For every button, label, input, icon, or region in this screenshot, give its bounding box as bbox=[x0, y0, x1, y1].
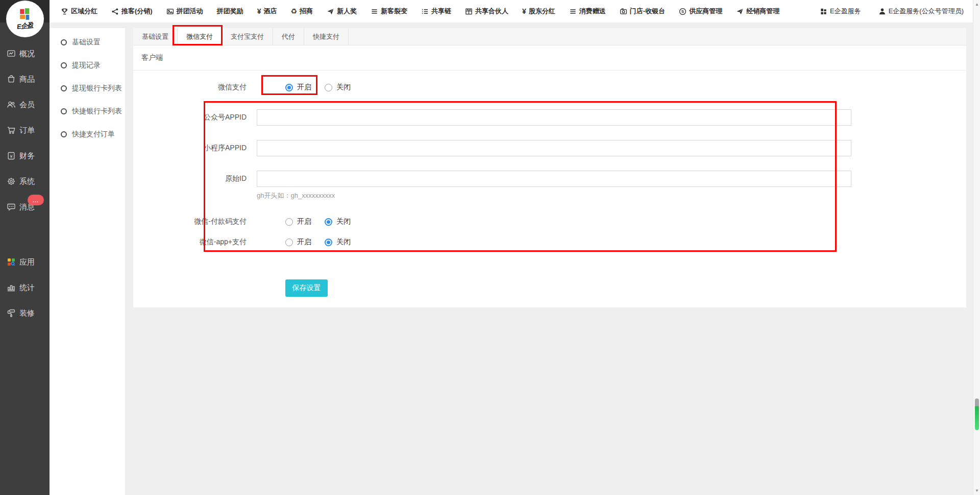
sidebar-item-orders[interactable]: 订单 bbox=[0, 117, 50, 143]
tab-wechat-pay[interactable]: 微信支付 bbox=[178, 28, 222, 45]
nav-item-investment[interactable]: ♻ 招商 bbox=[290, 7, 313, 16]
circle-icon bbox=[61, 131, 67, 137]
nav-item-label: 酒店 bbox=[263, 7, 277, 16]
tab-alipay[interactable]: 支付宝支付 bbox=[222, 28, 273, 45]
sidebar-item-system[interactable]: 系统 bbox=[0, 169, 50, 194]
circle-icon bbox=[61, 108, 67, 114]
tab-remit-pay[interactable]: 代付 bbox=[273, 28, 304, 45]
svg-text:S: S bbox=[681, 9, 684, 14]
nav-item-supplier-mgmt[interactable]: S 供应商管理 bbox=[679, 7, 722, 16]
order-cart-icon bbox=[7, 126, 16, 135]
payment-tabs: 基础设置 微信支付 支付宝支付 代付 快捷支付 bbox=[133, 28, 966, 45]
bars-icon bbox=[371, 8, 378, 15]
paint-roller-icon bbox=[7, 309, 16, 318]
sidebar-item-label: 系统 bbox=[19, 177, 35, 186]
sidebar-item-apps[interactable]: 应用 bbox=[0, 249, 50, 275]
save-settings-button[interactable]: 保存设置 bbox=[285, 279, 328, 297]
sidebar-item-messages[interactable]: 消息 ... bbox=[0, 194, 50, 220]
nav-item-label: E企盈服务 bbox=[830, 7, 861, 16]
scrollbar-thumb[interactable] bbox=[975, 398, 979, 430]
nav-item-label: 经销商管理 bbox=[746, 7, 779, 16]
nav-item-store-cashier[interactable]: 门店-收银台 bbox=[620, 7, 665, 16]
section-client: 客户端 bbox=[133, 45, 966, 70]
sidebar-item-label: 财务 bbox=[19, 151, 35, 161]
radio-option-on[interactable]: 开启 bbox=[285, 83, 311, 92]
sidebar-item-design[interactable]: 装修 bbox=[0, 300, 50, 326]
mini-appid-input[interactable] bbox=[257, 140, 851, 156]
appid-input[interactable] bbox=[257, 109, 851, 126]
nav-item-shareholder-bonus[interactable]: ¥ 股东分红 bbox=[522, 7, 555, 16]
radio-option-off[interactable]: 关闭 bbox=[325, 83, 351, 92]
sidebar-item-members[interactable]: 会员 bbox=[0, 92, 50, 117]
nav-item-group-reward[interactable]: 拼团奖励 bbox=[217, 7, 243, 16]
save-row: 保存设置 bbox=[133, 279, 966, 297]
nav-item-label: 拼团活动 bbox=[177, 7, 203, 16]
yen-icon: ¥ bbox=[257, 8, 261, 15]
submenu-item-withdraw-records[interactable]: 提现记录 bbox=[50, 54, 125, 77]
section-title: 客户端 bbox=[141, 53, 163, 62]
grid-frame-icon bbox=[465, 8, 473, 15]
nav-item-label: E企盈服务(公众号管理员) bbox=[889, 7, 964, 16]
finance-yen-icon: ¥ bbox=[7, 151, 16, 160]
nav-item-label: 新人奖 bbox=[337, 7, 357, 16]
original-id-input[interactable] bbox=[257, 171, 851, 187]
app-pay-radio-group: 开启 关闭 bbox=[285, 238, 351, 247]
submenu-item-quick-bankcards[interactable]: 快捷银行卡列表 bbox=[50, 100, 125, 123]
main-panel: 基础设置 微信支付 支付宝支付 代付 快捷支付 客户端 微信支付 开启 关闭 公… bbox=[133, 28, 966, 308]
finance-submenu: 基础设置 提现记录 提现银行卡列表 快捷银行卡列表 快捷支付订单 bbox=[50, 28, 125, 495]
message-count-badge: ... bbox=[28, 195, 44, 205]
scrollbar-down-arrow-icon[interactable]: ▼ bbox=[973, 488, 980, 493]
tab-basic-settings[interactable]: 基础设置 bbox=[133, 28, 178, 45]
nav-item-promoter[interactable]: 推客(分销) bbox=[111, 7, 153, 16]
radio-icon bbox=[285, 218, 293, 226]
svg-text:¥: ¥ bbox=[9, 154, 13, 159]
radio-option-off[interactable]: 关闭 bbox=[325, 217, 351, 226]
nav-item-share-chain[interactable]: 共享链 bbox=[421, 7, 451, 16]
brand-logo[interactable]: E企盈 bbox=[6, 1, 44, 37]
vertical-scrollbar: ▲ ▼ bbox=[973, 0, 980, 495]
form-row-mini-appid: 小程序APPID bbox=[133, 140, 966, 156]
nav-item-hotel[interactable]: ¥ 酒店 bbox=[257, 7, 277, 16]
submenu-item-basic-settings[interactable]: 基础设置 bbox=[50, 31, 125, 54]
field-label: 原始ID bbox=[133, 174, 257, 183]
paper-plane-icon bbox=[327, 8, 334, 15]
nav-item-consume-gift[interactable]: 消费赠送 bbox=[569, 7, 606, 16]
nav-item-service[interactable]: E企盈服务 bbox=[820, 7, 861, 16]
sidebar-item-finance[interactable]: ¥ 财务 bbox=[0, 143, 50, 169]
brand-emblem-icon bbox=[16, 7, 34, 22]
submenu-item-withdraw-bankcards[interactable]: 提现银行卡列表 bbox=[50, 77, 125, 100]
nav-item-dealer-mgmt[interactable]: 经销商管理 bbox=[736, 7, 779, 16]
sidebar-item-overview[interactable]: 概况 bbox=[0, 41, 50, 66]
nav-item-label: 供应商管理 bbox=[689, 7, 722, 16]
nav-item-label: 消费赠送 bbox=[579, 7, 606, 16]
sidebar-item-label: 应用 bbox=[19, 257, 35, 267]
nav-item-label: 拼团奖励 bbox=[217, 7, 243, 16]
scrollbar-up-arrow-icon[interactable]: ▲ bbox=[973, 2, 980, 7]
nav-item-region-bonus[interactable]: 区域分红 bbox=[61, 7, 97, 16]
circle-icon bbox=[61, 39, 67, 45]
sidebar-item-stats[interactable]: 统计 bbox=[0, 275, 50, 300]
nav-item-group-activity[interactable]: 拼团活动 bbox=[166, 7, 203, 16]
tab-quick-pay[interactable]: 快捷支付 bbox=[304, 28, 349, 45]
nav-item-share-partner[interactable]: 共享合伙人 bbox=[465, 7, 508, 16]
sidebar-item-label: 会员 bbox=[19, 100, 35, 110]
submenu-item-label: 基础设置 bbox=[72, 38, 101, 47]
sidebar: E企盈 概况 商品 会员 订单 ¥ 财务 系统 消息 ... bbox=[0, 0, 50, 495]
nav-item-newcomer-award[interactable]: 新人奖 bbox=[327, 7, 357, 16]
submenu-item-quick-pay-orders[interactable]: 快捷支付订单 bbox=[50, 123, 125, 146]
nav-item-account[interactable]: E企盈服务(公众号管理员) bbox=[878, 7, 964, 16]
submenu-item-label: 快捷支付订单 bbox=[72, 130, 115, 139]
field-label: 微信-app+支付 bbox=[133, 238, 257, 247]
radio-option-on[interactable]: 开启 bbox=[285, 238, 311, 247]
field-label: 公众号APPID bbox=[133, 113, 257, 122]
nav-item-new-customer[interactable]: 新客裂变 bbox=[371, 7, 407, 16]
radio-icon bbox=[325, 218, 332, 226]
radio-icon bbox=[285, 84, 293, 91]
submenu-item-label: 提现银行卡列表 bbox=[72, 84, 122, 93]
grid-squares-icon bbox=[820, 8, 827, 15]
radio-option-off[interactable]: 关闭 bbox=[325, 238, 351, 247]
radio-option-on[interactable]: 开启 bbox=[285, 217, 311, 226]
person-icon bbox=[878, 8, 886, 15]
sidebar-item-goods[interactable]: 商品 bbox=[0, 66, 50, 92]
sidebar-item-label: 订单 bbox=[19, 126, 35, 135]
